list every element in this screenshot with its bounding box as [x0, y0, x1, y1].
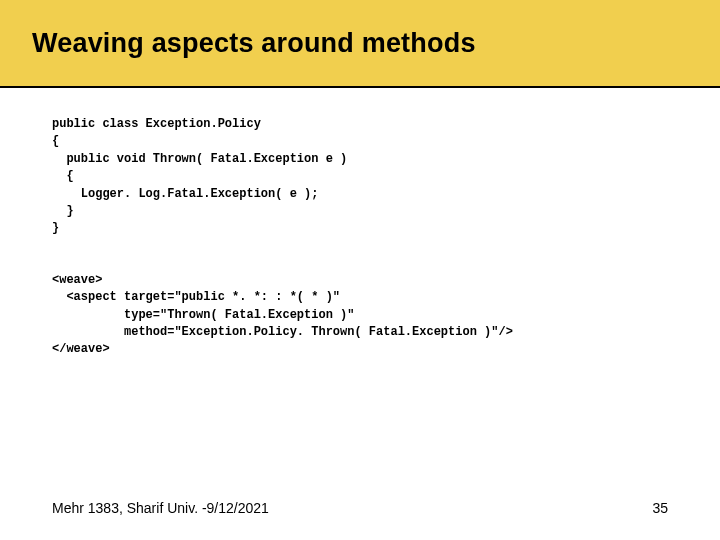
- footer-left-text: Mehr 1383, Sharif Univ. -9/12/2021: [52, 500, 269, 516]
- page-number: 35: [652, 500, 668, 516]
- slide-title: Weaving aspects around methods: [32, 28, 476, 59]
- code-block-weave: <weave> <aspect target="public *. *: : *…: [52, 272, 668, 359]
- code-block-class: public class Exception.Policy { public v…: [52, 116, 668, 238]
- title-bar: Weaving aspects around methods: [0, 0, 720, 88]
- slide: Weaving aspects around methods public cl…: [0, 0, 720, 540]
- content-area: public class Exception.Policy { public v…: [0, 88, 720, 359]
- footer: Mehr 1383, Sharif Univ. -9/12/2021 35: [52, 500, 668, 516]
